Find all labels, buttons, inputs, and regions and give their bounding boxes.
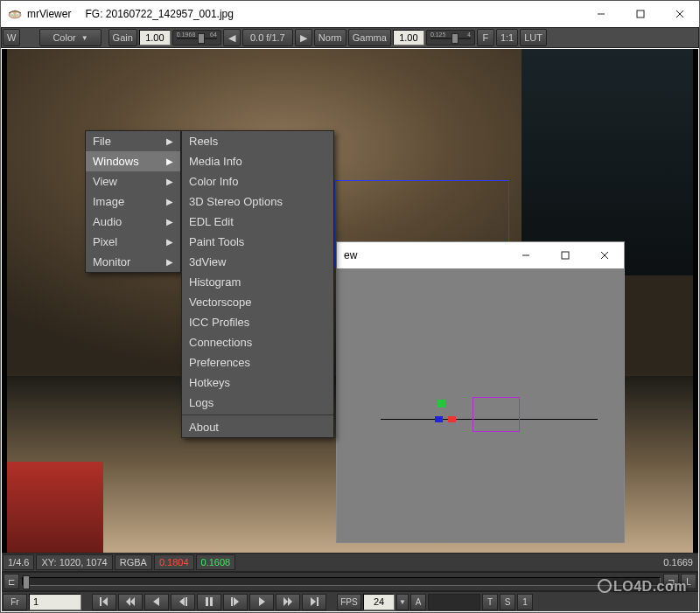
timeline: ⊏ ⊐ L: [2, 572, 698, 591]
submenu-3dview[interactable]: 3dView: [182, 252, 333, 272]
transport-bar: Fr FPS ▼ A T S 1: [2, 591, 698, 611]
submenu-color-info[interactable]: Color Info: [182, 171, 333, 192]
menu-audio[interactable]: Audio▶: [86, 212, 180, 232]
submenu-about[interactable]: About: [182, 417, 333, 437]
step-fwd-button[interactable]: [276, 594, 300, 610]
timeline-playhead[interactable]: [23, 575, 30, 589]
one-button[interactable]: 1: [517, 594, 533, 610]
3dview-minimize[interactable]: [506, 243, 545, 268]
svg-rect-19: [186, 597, 187, 606]
red-value: 0.1804: [154, 554, 194, 570]
svg-rect-13: [100, 597, 102, 606]
gain-label: Gain: [108, 29, 137, 46]
menu-file[interactable]: File▶: [86, 131, 180, 151]
top-toolbar: W Color▼ Gain 0.1968 64 ◀ 0.0 f/1.7 ▶ No…: [1, 27, 699, 48]
3dview-canvas[interactable]: [337, 268, 624, 542]
submenu-icc-profiles[interactable]: ICC Profiles: [182, 312, 333, 332]
one-to-one-button[interactable]: 1:1: [496, 29, 518, 46]
minimize-button[interactable]: [581, 2, 620, 27]
3dview-titlebar[interactable]: ew: [337, 242, 624, 268]
3dview-maximize[interactable]: [545, 243, 584, 268]
submenu-logs[interactable]: Logs: [182, 393, 333, 413]
s-button[interactable]: S: [500, 594, 515, 610]
window-title: FG: 20160722_142957_001.jpg: [85, 8, 233, 20]
svg-point-3: [11, 14, 13, 16]
submenu-arrow-icon: ▶: [166, 217, 173, 226]
fps-label: FPS: [337, 594, 361, 610]
gamma-slider[interactable]: 0.125 4: [426, 30, 475, 45]
svg-point-4: [17, 14, 18, 16]
context-menu: File▶ Windows▶ View▶ Image▶ Audio▶ Pixel…: [85, 130, 181, 273]
w-toggle[interactable]: W: [3, 29, 20, 46]
chevron-down-icon: ▼: [399, 598, 406, 606]
menu-pixel[interactable]: Pixel▶: [86, 232, 180, 252]
3dview-close[interactable]: [584, 243, 624, 268]
svg-rect-6: [637, 10, 644, 17]
xy-readout: XY: 1020, 1074: [36, 554, 112, 570]
range-slider[interactable]: [428, 594, 480, 610]
svg-marker-14: [102, 597, 108, 606]
submenu-paint-tools[interactable]: Paint Tools: [182, 232, 333, 252]
maximize-button[interactable]: [620, 2, 660, 27]
menu-view[interactable]: View▶: [86, 171, 180, 192]
submenu-preferences[interactable]: Preferences: [182, 352, 333, 373]
menu-monitor[interactable]: Monitor▶: [86, 252, 180, 272]
submenu-media-info[interactable]: Media Info: [182, 151, 333, 171]
timeline-start[interactable]: ⊏: [4, 574, 19, 589]
submenu-arrow-icon: ▶: [166, 237, 173, 247]
lut-button[interactable]: LUT: [520, 29, 547, 46]
frame-fwd-button[interactable]: [223, 594, 248, 610]
frame-back-button[interactable]: [171, 594, 195, 610]
last-value: 0.1669: [659, 554, 697, 570]
watermark: LO4D.com: [598, 579, 687, 595]
gamma-input[interactable]: [393, 30, 424, 45]
close-button[interactable]: [660, 2, 699, 27]
submenu-arrow-icon: ▶: [166, 136, 173, 146]
app-name: mrViewer: [27, 8, 71, 20]
goto-end-button[interactable]: [302, 594, 326, 610]
menu-windows[interactable]: Windows▶: [86, 151, 180, 171]
zoom-level[interactable]: 1/4.6: [3, 554, 34, 570]
frame-input[interactable]: [29, 594, 81, 610]
3dview-window: ew: [336, 241, 625, 543]
menu-image[interactable]: Image▶: [86, 192, 180, 212]
svg-marker-15: [126, 597, 130, 606]
play-button[interactable]: [249, 594, 274, 610]
green-axis-marker: [438, 400, 445, 408]
windows-submenu: Reels Media Info Color Info 3D Stereo Op…: [181, 130, 334, 438]
submenu-arrow-icon: ▶: [166, 157, 173, 166]
submenu-vectorscope[interactable]: Vectorscope: [182, 292, 333, 312]
svg-marker-27: [311, 597, 316, 606]
submenu-histogram[interactable]: Histogram: [182, 272, 333, 292]
play-back-button[interactable]: [144, 594, 169, 610]
fstop-prev[interactable]: ◀: [223, 29, 241, 46]
submenu-reels[interactable]: Reels: [182, 131, 333, 151]
pause-button[interactable]: [197, 594, 221, 610]
svg-rect-20: [206, 597, 208, 606]
color-dropdown[interactable]: Color▼: [39, 29, 101, 46]
submenu-connections[interactable]: Connections: [182, 332, 333, 352]
svg-rect-22: [231, 597, 233, 606]
f-button[interactable]: F: [477, 29, 494, 46]
3dview-title: ew: [344, 249, 357, 261]
goto-start-button[interactable]: [92, 594, 116, 610]
fstop-next[interactable]: ▶: [295, 29, 312, 46]
submenu-hotkeys[interactable]: Hotkeys: [182, 373, 333, 393]
titlebar: mrViewer FG: 20160722_142957_001.jpg: [1, 1, 699, 27]
timeline-track[interactable]: [22, 577, 661, 586]
channel-selector[interactable]: RGBA: [115, 554, 152, 570]
normalize-button[interactable]: Norm: [314, 29, 346, 46]
t-button[interactable]: T: [482, 594, 498, 610]
fps-dropdown[interactable]: ▼: [396, 594, 409, 610]
fps-input[interactable]: [363, 594, 395, 610]
submenu-edl-edit[interactable]: EDL Edit: [182, 212, 333, 232]
a-button[interactable]: A: [410, 594, 426, 610]
svg-rect-10: [562, 252, 569, 259]
gain-input[interactable]: [139, 30, 171, 45]
svg-marker-16: [130, 597, 135, 606]
step-back-button[interactable]: [118, 594, 143, 610]
gain-slider[interactable]: 0.1968 64: [172, 30, 221, 45]
svg-marker-17: [153, 597, 159, 606]
submenu-3d-stereo[interactable]: 3D Stereo Options: [182, 192, 333, 212]
image-viewport[interactable]: ew File▶ Windows▶ View▶ Image▶ Audio▶: [2, 49, 698, 553]
